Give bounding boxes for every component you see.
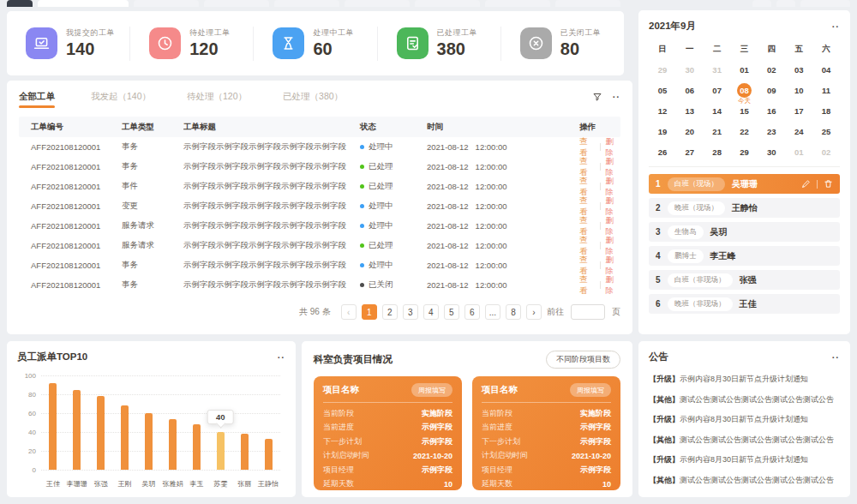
calendar-day[interactable]: 30 [758,141,785,162]
calendar-day[interactable]: 24 [785,121,812,141]
calendar-day[interactable]: 07 [704,80,731,100]
more-icon[interactable]: ·· [613,94,620,99]
calendar-day[interactable]: 10 [785,80,812,100]
stage-count-button[interactable]: 不同阶段项目数 [546,351,620,369]
calendar-day[interactable]: 01 [785,141,812,162]
bar[interactable] [121,405,129,470]
page-button[interactable]: 3 [403,304,418,320]
calendar-day[interactable]: 09 [758,80,785,100]
next-page-button[interactable]: › [526,304,542,320]
tab-workorders[interactable]: 已处理（380） [283,91,343,108]
calendar-day[interactable]: 11 [812,80,840,100]
calendar-day[interactable]: 14 [704,100,731,121]
divider [600,281,601,289]
calendar-day[interactable]: 19 [649,121,676,141]
calendar-day[interactable]: 15 [731,100,758,121]
calendar-day[interactable]: 13 [676,100,704,121]
calendar-day[interactable]: 06 [676,80,704,100]
calendar-day[interactable]: 22 [731,121,758,141]
page-button[interactable]: 6 [464,304,480,320]
calendar-day[interactable]: 08今天 [731,80,758,100]
bar[interactable] [145,413,153,470]
duty-row[interactable]: 2晚班（现场）王静怡 [649,198,840,218]
calendar-day[interactable]: 16 [758,100,785,121]
page-button[interactable]: 2 [382,304,398,320]
browser-tab[interactable] [274,0,339,7]
announcement-item[interactable]: 【其他】测试公告测试公告测试公告测试公告测试公告 [649,390,840,411]
calendar-day[interactable]: 04 [812,59,840,80]
duty-row[interactable]: 4鹏博士李王峰 [649,246,840,266]
x-axis-tick: 张强 [89,479,113,489]
delete-icon[interactable] [824,177,833,192]
calendar-day[interactable]: 01 [731,59,758,80]
page-button[interactable]: 8 [506,304,521,320]
calendar-day[interactable]: 03 [785,59,812,80]
announcement-item[interactable]: 【其他】测试公告测试公告测试公告测试公告测试公告 [649,430,840,451]
calendar-day[interactable]: 02 [758,59,785,80]
bar[interactable] [169,419,177,470]
calendar-day[interactable]: 18 [812,100,840,121]
pagination-ellipsis[interactable]: ... [485,304,500,320]
page-button[interactable]: 1 [362,304,377,320]
announcement-item[interactable]: 【其他】测试公告测试公告测试公告测试公告测试公告 [649,471,840,491]
bar[interactable] [49,383,57,470]
goto-page-input[interactable] [571,304,605,320]
browser-control[interactable] [752,0,771,7]
browser-tab[interactable] [345,0,410,7]
calendar-day[interactable]: 02 [812,141,840,162]
weekly-report-button[interactable]: 周报填写 [411,383,452,397]
browser-control[interactable] [776,0,795,7]
calendar-day[interactable]: 26 [649,141,676,162]
calendar-day[interactable]: 29 [731,141,758,162]
calendar-day[interactable]: 05 [649,80,676,100]
calendar-day[interactable]: 28 [704,141,731,162]
browser-tab[interactable] [134,0,199,7]
more-icon[interactable]: ·· [278,355,285,360]
browser-tab[interactable] [38,0,129,7]
browser-tab[interactable] [7,0,33,7]
calendar-panel: 2021年9月 ·· 日一二三四五六2930310102030405060708… [638,10,850,334]
page-button[interactable]: 4 [423,304,439,320]
tab-workorders[interactable]: 待处理（120） [187,91,247,108]
browser-tab[interactable] [204,0,269,7]
calendar-day[interactable]: 20 [676,121,704,141]
tab-workorders[interactable]: 全部工单 [19,91,55,108]
bar[interactable] [241,434,249,470]
bar[interactable] [265,439,273,470]
browser-control[interactable] [800,0,850,7]
calendar-day[interactable]: 30 [676,59,704,80]
calendar-day[interactable]: 25 [812,121,840,141]
duty-row[interactable]: 3生物岛吴玥 [649,222,840,242]
bar[interactable] [97,396,105,470]
delete-link[interactable]: 删除 [605,274,620,297]
weekly-report-button[interactable]: 周报填写 [570,383,611,397]
bar[interactable] [73,390,81,471]
edit-icon[interactable] [801,177,811,192]
more-icon[interactable]: ·· [832,355,840,360]
duty-row[interactable]: 6晚班（非现场）王佳 [649,294,840,314]
filter-icon[interactable] [592,92,602,102]
bar[interactable] [217,432,225,470]
calendar-day[interactable]: 17 [785,100,812,121]
tab-workorders[interactable]: 我发起（140） [91,91,151,108]
browser-tab[interactable] [415,0,480,7]
duty-row[interactable]: 1白班（现场）吴珊珊 [649,174,840,194]
announcement-item[interactable]: 【升级】示例内容8月30日新节点升级计划通知 [649,410,840,430]
calendar-day[interactable]: 29 [649,59,676,80]
calendar-day[interactable]: 21 [704,121,731,141]
calendar-day[interactable]: 23 [758,121,785,141]
duty-row[interactable]: 5白班（非现场）张强 [649,270,840,290]
browser-tab[interactable] [485,0,550,7]
announcement-item[interactable]: 【升级】示例内容8月30日新节点升级计划通知 [649,369,840,390]
bar-slot [232,434,256,470]
calendar-day[interactable]: 12 [649,100,676,121]
more-icon[interactable]: ·· [832,24,840,29]
browser-tab[interactable] [555,0,620,7]
page-button[interactable]: 5 [444,304,459,320]
bar[interactable] [193,424,201,470]
view-link[interactable]: 查看 [579,274,595,297]
calendar-day[interactable]: 31 [704,59,731,80]
announcement-item[interactable]: 【升级】示例内容8月30日新节点升级计划通知 [649,450,840,471]
calendar-day[interactable]: 27 [676,141,704,162]
prev-page-button[interactable]: ‹ [341,304,357,320]
